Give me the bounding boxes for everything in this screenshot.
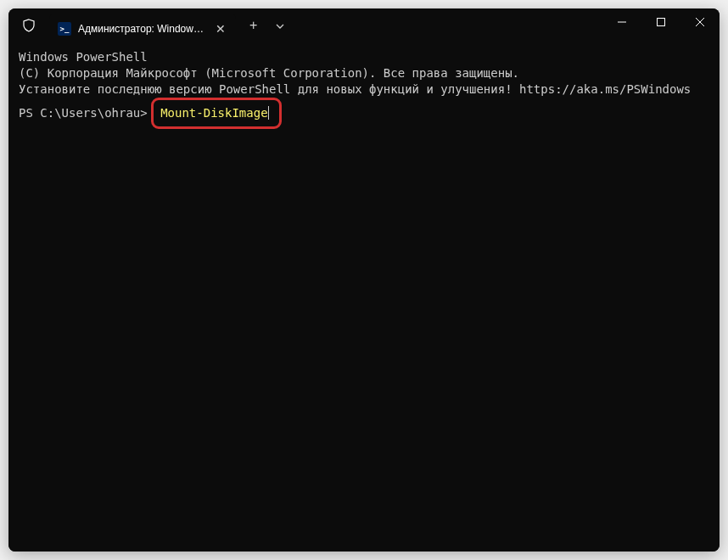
tab-close-button[interactable]: ✕ <box>212 20 229 37</box>
admin-shield-area <box>8 8 49 42</box>
new-tab-button[interactable]: + <box>239 18 267 33</box>
close-icon <box>696 18 704 26</box>
window-controls <box>602 8 720 42</box>
output-line: (C) Корпорация Майкрософт (Microsoft Cor… <box>19 65 709 81</box>
terminal-window: >_ Администратор: Windows Po ✕ + <box>8 8 720 552</box>
maximize-button[interactable] <box>641 8 680 36</box>
shield-icon <box>22 19 36 32</box>
output-line: Установите последнюю версию PowerShell д… <box>19 81 709 98</box>
tab-dropdown-button[interactable] <box>267 21 293 31</box>
command-text: Mount-DiskImage <box>160 105 267 121</box>
maximize-icon <box>657 18 665 26</box>
prompt-text: PS C:\Users\ohrau> <box>19 105 154 121</box>
prompt-line: PS C:\Users\ohrau> Mount-DiskImage <box>19 98 709 129</box>
terminal-content[interactable]: Windows PowerShell (C) Корпорация Майкро… <box>8 42 720 552</box>
minimize-button[interactable] <box>602 8 641 36</box>
close-button[interactable] <box>680 8 720 36</box>
cursor <box>268 106 269 120</box>
tab-powershell[interactable]: >_ Администратор: Windows Po ✕ <box>49 14 236 42</box>
titlebar-left: >_ Администратор: Windows Po ✕ + <box>8 8 293 42</box>
tab-title: Администратор: Windows Po <box>78 23 205 35</box>
powershell-icon: >_ <box>58 22 71 36</box>
chevron-down-icon <box>276 24 284 29</box>
output-line: Windows PowerShell <box>19 49 709 65</box>
titlebar: >_ Администратор: Windows Po ✕ + <box>8 8 720 42</box>
svg-rect-1 <box>658 19 665 26</box>
minimize-icon <box>618 18 626 26</box>
command-highlight: Mount-DiskImage <box>151 98 281 129</box>
powershell-icon-glyph: >_ <box>60 25 70 33</box>
